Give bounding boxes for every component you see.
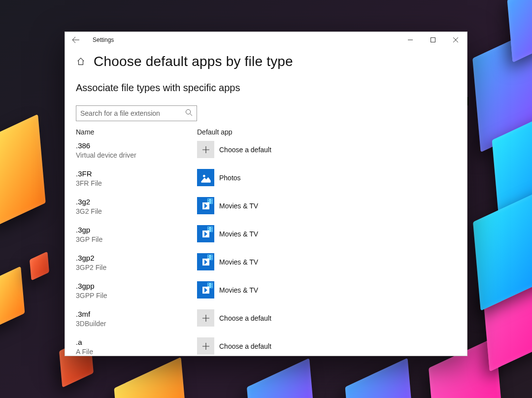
svg-rect-7 — [211, 199, 212, 200]
file-type-list: .386 Virtual device driver Choose a defa… — [76, 141, 456, 356]
svg-rect-5 — [208, 201, 209, 202]
svg-rect-4 — [208, 199, 209, 200]
svg-rect-29 — [211, 285, 212, 286]
search-icon — [185, 109, 193, 118]
file-type-info: .3gpp 3GPP File — [76, 281, 197, 300]
default-app-label: Choose a default — [219, 146, 271, 154]
file-extension: .3gp — [76, 226, 197, 235]
svg-rect-18 — [208, 255, 209, 256]
search-input[interactable] — [80, 109, 185, 117]
file-type-info: .386 Virtual device driver — [76, 141, 197, 160]
default-app-label: Choose a default — [219, 314, 271, 322]
svg-rect-22 — [211, 257, 212, 258]
arrow-left-icon — [72, 36, 80, 44]
file-extension: .a — [76, 338, 197, 347]
plus-icon — [197, 337, 214, 355]
file-type-row: .386 Virtual device driver Choose a defa… — [76, 141, 456, 169]
svg-rect-30 — [211, 287, 212, 288]
photos-app-icon — [197, 169, 214, 186]
column-headers: Name Default app — [76, 128, 456, 136]
file-type-row: .3gpp 3GPP File Movies & TV — [76, 281, 456, 309]
maximize-button[interactable] — [422, 32, 444, 48]
file-type-row: .3gp2 3GP2 File Movies & TV — [76, 253, 456, 281]
default-app-button[interactable]: Movies & TV — [197, 197, 258, 214]
file-type-info: .3g2 3G2 File — [76, 197, 197, 216]
svg-rect-14 — [211, 227, 212, 228]
default-app-label: Choose a default — [219, 342, 271, 350]
default-app-button[interactable]: Photos — [197, 169, 241, 186]
plus-icon — [197, 309, 214, 327]
default-app-label: Movies & TV — [219, 230, 258, 238]
default-app-button[interactable]: Choose a default — [197, 141, 271, 158]
svg-rect-16 — [211, 231, 212, 232]
movies-app-icon — [197, 197, 214, 214]
movies-app-icon — [197, 225, 214, 242]
default-app-label: Movies & TV — [219, 202, 258, 210]
file-extension: .3gp2 — [76, 254, 197, 263]
svg-rect-15 — [211, 229, 212, 230]
page-subtitle: Associate file types with specific apps — [76, 82, 456, 94]
title-bar: Settings — [65, 32, 467, 48]
column-name: Name — [76, 128, 197, 136]
default-app-label: Photos — [219, 174, 241, 182]
file-type-info: .3gp2 3GP2 File — [76, 253, 197, 272]
svg-point-2 — [203, 175, 205, 177]
default-app-button[interactable]: Movies & TV — [197, 253, 258, 270]
file-type-row: .3mf 3DBuilder Choose a default — [76, 309, 456, 337]
svg-rect-8 — [211, 201, 212, 202]
svg-rect-25 — [208, 283, 209, 284]
text-caret — [467, 97, 468, 105]
file-description: 3GP2 File — [76, 264, 197, 272]
settings-window: Settings Choose default apps by file typ… — [65, 32, 467, 356]
default-app-button[interactable]: Choose a default — [197, 309, 271, 327]
close-icon — [453, 37, 458, 42]
svg-rect-19 — [208, 257, 209, 258]
page-title: Choose default apps by file type — [94, 54, 293, 69]
minimize-icon — [408, 37, 413, 42]
file-type-info: .3mf 3DBuilder — [76, 309, 197, 328]
default-app-button[interactable]: Choose a default — [197, 337, 271, 355]
file-description: Virtual device driver — [76, 151, 197, 160]
default-app-button[interactable]: Movies & TV — [197, 281, 258, 298]
file-type-info: .a A File — [76, 337, 197, 356]
file-description: 3FR File — [76, 179, 197, 188]
search-box[interactable] — [76, 105, 197, 121]
file-extension: .386 — [76, 141, 197, 151]
file-extension: .3gpp — [76, 282, 197, 291]
file-extension: .3FR — [76, 169, 197, 179]
maximize-icon — [431, 37, 435, 42]
svg-rect-0 — [431, 38, 435, 42]
back-button[interactable] — [72, 36, 80, 44]
plus-icon — [197, 141, 214, 158]
file-extension: .3g2 — [76, 198, 197, 207]
window-title: Settings — [93, 36, 114, 43]
file-type-row: .a A File Choose a default — [76, 337, 456, 356]
svg-rect-12 — [208, 229, 209, 230]
minimize-button[interactable] — [399, 32, 422, 48]
file-description: 3DBuilder — [76, 320, 197, 329]
file-type-info: .3gp 3GP File — [76, 225, 197, 244]
file-description: 3GP File — [76, 235, 197, 244]
svg-rect-11 — [208, 227, 209, 228]
close-button[interactable] — [444, 32, 467, 48]
svg-point-1 — [186, 109, 190, 114]
svg-rect-23 — [211, 259, 212, 260]
svg-rect-9 — [211, 202, 212, 203]
file-type-info: .3FR 3FR File — [76, 169, 197, 188]
default-app-label: Movies & TV — [219, 258, 258, 266]
movies-app-icon — [197, 253, 214, 270]
svg-rect-28 — [211, 283, 212, 284]
file-description: A File — [76, 348, 197, 356]
movies-app-icon — [197, 281, 214, 298]
file-type-row: .3g2 3G2 File Movies & TV — [76, 197, 456, 225]
home-icon — [76, 57, 85, 66]
file-extension: .3mf — [76, 310, 197, 319]
default-app-label: Movies & TV — [219, 286, 258, 294]
file-description: 3GPP File — [76, 292, 197, 300]
file-type-row: .3FR 3FR File Photos — [76, 169, 456, 197]
file-description: 3G2 File — [76, 207, 197, 216]
default-app-button[interactable]: Movies & TV — [197, 225, 258, 242]
svg-rect-26 — [208, 285, 209, 286]
home-button[interactable] — [76, 57, 86, 66]
column-app: Default app — [197, 128, 345, 136]
